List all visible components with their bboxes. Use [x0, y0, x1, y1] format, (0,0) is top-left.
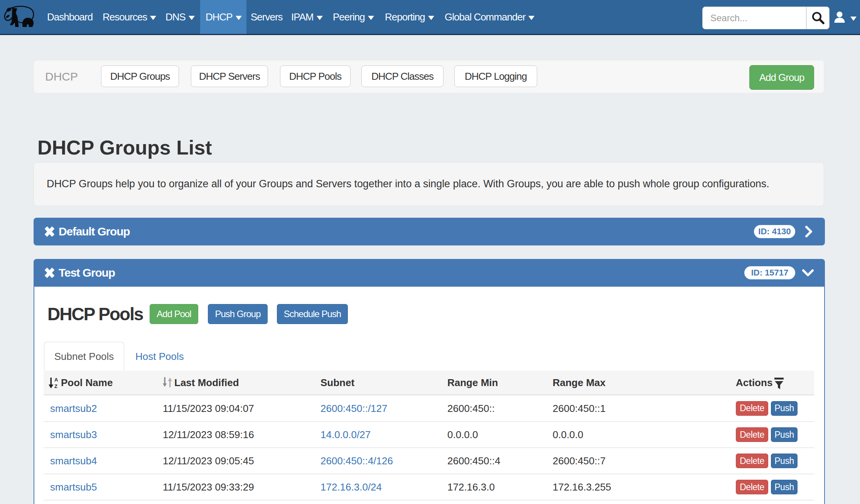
svg-text:A: A [54, 377, 58, 383]
svg-text:Z: Z [54, 383, 57, 389]
